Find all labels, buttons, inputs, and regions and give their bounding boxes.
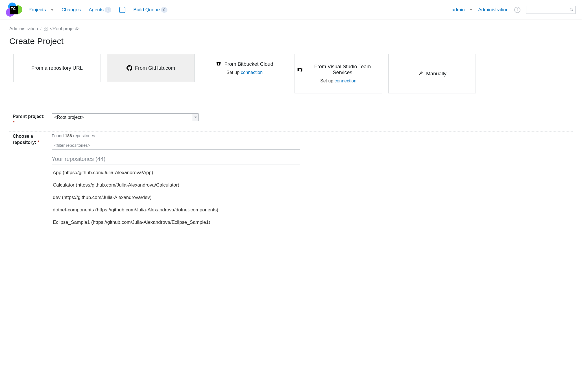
nav-build-queue-label: Build Queue: [133, 7, 160, 13]
found-repos-line: Found 188 repositories: [52, 133, 300, 138]
create-source-tiles: From a repository URL From GitHub.com Fr…: [13, 54, 573, 93]
nav-agents[interactable]: Agents 1: [89, 7, 111, 13]
tile-manually-label: Manually: [426, 71, 446, 77]
filter-repositories-input[interactable]: [52, 141, 300, 150]
your-repositories-header: Your repositories (44): [52, 156, 300, 165]
choose-repo-row: Choose a repository: * Found 188 reposit…: [9, 132, 573, 234]
project-icon: [44, 27, 48, 31]
build-queue-count-badge: 0: [161, 7, 167, 13]
nav-agents-label: Agents: [89, 7, 104, 13]
breadcrumb: Administration / <Root project>: [9, 26, 573, 31]
bitbucket-icon: [216, 61, 221, 67]
nav-administration-label: Administration: [478, 7, 509, 13]
vsts-icon: [297, 67, 303, 73]
tile-from-vsts-label: From Visual Studio Team Services: [306, 64, 380, 76]
repo-item[interactable]: dev (https://github.com/Julia-Alexandrov…: [52, 191, 300, 204]
bitbucket-setup-line: Set up connection: [226, 70, 263, 75]
bitbucket-connection-link[interactable]: connection: [241, 70, 263, 75]
repo-item[interactable]: App (https://github.com/Julia-Alexandrov…: [52, 167, 300, 179]
parent-project-dropdown-button[interactable]: [192, 114, 198, 121]
chevron-down-icon: [194, 117, 197, 118]
breadcrumb-administration[interactable]: Administration: [9, 26, 38, 31]
top-header: TC Projects | Changes Agents 1 Build Que…: [0, 0, 582, 19]
search-icon[interactable]: [569, 7, 574, 13]
nav-projects-label: Projects: [29, 7, 46, 13]
nav-left: Projects | Changes Agents 1 Build Queue …: [29, 7, 167, 13]
nav-user-label: admin: [452, 7, 465, 13]
nav-projects[interactable]: Projects |: [29, 7, 54, 13]
logo-text: TC: [10, 6, 18, 14]
tile-from-repo-url[interactable]: From a repository URL: [13, 54, 101, 82]
vsts-connection-link[interactable]: connection: [335, 78, 356, 83]
tile-from-vsts[interactable]: From Visual Studio Team Services Set up …: [295, 54, 382, 93]
tile-from-bitbucket-label: From Bitbucket Cloud: [224, 61, 273, 67]
chevron-down-icon[interactable]: [51, 9, 54, 11]
nav-build-queue[interactable]: Build Queue 0: [133, 7, 167, 13]
nav-user[interactable]: admin |: [452, 7, 472, 13]
wrench-icon: [418, 71, 423, 76]
svg-point-0: [570, 8, 572, 10]
tile-from-github-label: From GitHub.com: [135, 65, 175, 71]
divider: [9, 105, 573, 105]
parent-project-value: <Root project>: [52, 114, 192, 121]
svg-line-1: [572, 10, 573, 11]
repo-list: App (https://github.com/Julia-Alexandrov…: [52, 167, 300, 229]
nav-changes[interactable]: Changes: [62, 7, 81, 13]
square-button[interactable]: [119, 7, 125, 13]
nav-changes-label: Changes: [62, 7, 81, 13]
parent-project-row: Parent project: * <Root project>: [9, 112, 573, 131]
nav-administration[interactable]: Administration: [478, 7, 509, 13]
tile-from-bitbucket[interactable]: From Bitbucket Cloud Set up connection: [201, 54, 288, 82]
tile-from-repo-url-label: From a repository URL: [31, 65, 83, 71]
help-icon[interactable]: ?: [514, 7, 520, 13]
search-box: [526, 6, 576, 14]
parent-project-select[interactable]: <Root project>: [52, 113, 199, 121]
vsts-setup-line: Set up connection: [320, 78, 356, 84]
search-input[interactable]: [526, 6, 576, 14]
repo-item[interactable]: Calculator (https://github.com/Julia-Ale…: [52, 179, 300, 191]
nav-right: admin | Administration ?: [452, 6, 576, 14]
tile-manually[interactable]: Manually: [388, 54, 476, 93]
tile-from-github[interactable]: From GitHub.com: [107, 54, 195, 82]
breadcrumb-root: <Root project>: [50, 26, 80, 31]
chevron-down-icon[interactable]: [470, 9, 472, 11]
parent-project-label: Parent project: *: [13, 113, 46, 126]
agents-count-badge: 1: [105, 7, 111, 13]
teamcity-logo[interactable]: TC: [3, 2, 23, 18]
github-icon: [127, 65, 132, 71]
repo-item[interactable]: dotnet-components (https://github.com/Ju…: [52, 204, 300, 216]
found-repos-count: 188: [65, 133, 72, 138]
page-title: Create Project: [9, 36, 573, 46]
repo-item[interactable]: Eclipse_Sample1 (https://github.com/Juli…: [52, 216, 300, 229]
choose-repo-label: Choose a repository: *: [13, 133, 46, 145]
